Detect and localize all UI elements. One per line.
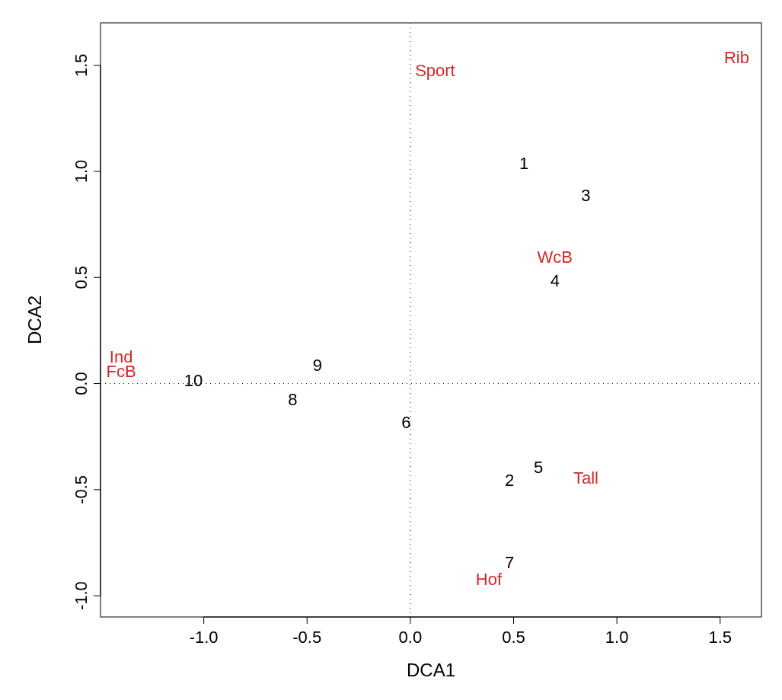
x-axis-ticks: -1.0-0.50.00.51.01.5	[190, 617, 732, 647]
site-points: 12345678910	[184, 154, 591, 572]
site-point-1: 1	[519, 154, 528, 173]
species-point-rib: Rib	[724, 48, 749, 67]
site-point-9: 9	[313, 356, 322, 375]
site-point-8: 8	[288, 390, 297, 409]
y-tick-label: -1.0	[72, 581, 91, 610]
x-tick-label: -1.0	[190, 628, 219, 647]
species-point-sport: Sport	[415, 61, 455, 80]
dca-ordination-plot: -1.0-0.50.00.51.01.5 -1.0-0.50.00.51.01.…	[0, 0, 782, 700]
x-tick-label: 0.0	[399, 628, 423, 647]
site-point-6: 6	[401, 413, 410, 432]
x-axis-label: DCA1	[407, 660, 455, 680]
y-axis-ticks: -1.0-0.50.00.51.01.5	[72, 53, 101, 610]
species-point-hof: Hof	[476, 570, 503, 589]
x-tick-label: 1.0	[605, 628, 629, 647]
y-tick-label: 0.5	[72, 266, 91, 289]
species-point-wcb: WcB	[538, 248, 573, 267]
site-point-2: 2	[505, 471, 514, 490]
x-tick-label: 0.5	[502, 628, 525, 647]
site-point-4: 4	[551, 271, 560, 290]
x-tick-label: 1.5	[708, 628, 732, 647]
y-tick-label: -0.5	[72, 475, 91, 504]
y-tick-label: 1.0	[72, 160, 91, 184]
species-point-tall: Tall	[573, 468, 598, 487]
site-point-10: 10	[184, 371, 203, 390]
site-point-3: 3	[581, 186, 590, 205]
y-tick-label: 1.5	[72, 53, 91, 77]
y-axis-label: DCA2	[24, 296, 45, 344]
x-tick-label: -0.5	[292, 628, 321, 647]
plot-frame	[101, 23, 761, 617]
species-point-fcb: FcB	[107, 362, 136, 381]
site-point-7: 7	[505, 553, 514, 572]
chart-svg: -1.0-0.50.00.51.01.5 -1.0-0.50.00.51.01.…	[0, 0, 782, 700]
species-points: SportRibWcBTallHofIndFcB	[107, 48, 749, 589]
site-point-5: 5	[534, 458, 543, 477]
y-tick-label: 0.0	[72, 372, 91, 395]
